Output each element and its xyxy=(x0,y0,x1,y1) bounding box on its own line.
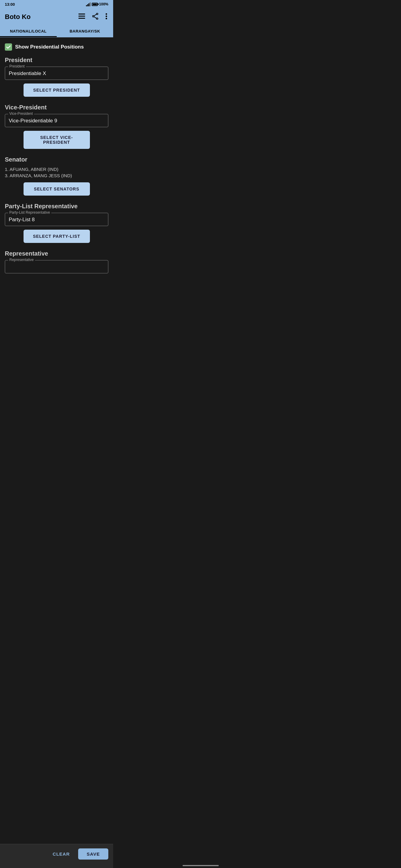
svg-rect-1 xyxy=(79,16,85,17)
list-icon[interactable] xyxy=(77,12,86,22)
select-president-button[interactable]: SELECT PRESIDENT xyxy=(24,84,90,97)
president-field[interactable]: President Presidentiable X xyxy=(5,67,108,80)
vicepresident-section: Vice-President Vice-President Vice-Presi… xyxy=(5,104,108,149)
vicepresident-title: Vice-President xyxy=(5,104,108,111)
show-presidential-row: Show Presidential Positions xyxy=(5,43,108,51)
president-section: President President Presidentiable X SEL… xyxy=(5,57,108,97)
status-bar: 13:00 100% xyxy=(0,0,113,8)
status-icons: 100% xyxy=(86,2,108,6)
list-item: 1. AFUANG, ABNER (IND) xyxy=(5,166,108,173)
vicepresident-field[interactable]: Vice-President Vice-Presidentiable 9 xyxy=(5,114,108,127)
partylist-field-value: Party-List 8 xyxy=(9,217,105,223)
app-bar: Boto Ko xyxy=(0,8,113,25)
partylist-field[interactable]: Party-List Representative Party-List 8 xyxy=(5,213,108,226)
representative-section: Representative Representative xyxy=(5,250,108,273)
representative-field-value xyxy=(9,264,105,270)
vicepresident-field-value: Vice-Presidentiable 9 xyxy=(9,118,105,124)
svg-line-7 xyxy=(94,17,96,19)
tab-national-local[interactable]: NATIONAL/LOCAL xyxy=(0,25,57,37)
svg-point-4 xyxy=(93,16,94,17)
svg-rect-2 xyxy=(79,18,85,19)
svg-point-8 xyxy=(106,13,107,15)
representative-field[interactable]: Representative xyxy=(5,260,108,273)
select-senators-button[interactable]: SELECT SENATORS xyxy=(24,182,90,195)
svg-line-6 xyxy=(94,14,96,16)
svg-rect-0 xyxy=(79,13,85,14)
tabs: NATIONAL/LOCAL BARANGAY/SK xyxy=(0,25,113,37)
main-content: Show Presidential Positions President Pr… xyxy=(0,37,113,311)
senator-list: 1. AFUANG, ABNER (IND) 3. ARRANZA, MANG … xyxy=(5,166,108,179)
president-field-label: President xyxy=(8,64,26,68)
svg-point-9 xyxy=(106,16,107,17)
partylist-title: Party-List Representative xyxy=(5,203,108,210)
tab-barangay-sk[interactable]: BARANGAY/SK xyxy=(57,25,113,37)
select-vicepresident-button[interactable]: SELECT VICE-PRESIDENT xyxy=(24,131,90,149)
representative-field-label: Representative xyxy=(8,258,35,262)
partylist-section: Party-List Representative Party-List Rep… xyxy=(5,203,108,243)
senator-title: Senator xyxy=(5,156,108,163)
partylist-field-label: Party-List Representative xyxy=(8,210,51,215)
svg-point-5 xyxy=(96,18,98,19)
share-icon[interactable] xyxy=(91,12,99,22)
svg-point-10 xyxy=(106,18,107,19)
president-title: President xyxy=(5,57,108,64)
senator-section: Senator 1. AFUANG, ABNER (IND) 3. ARRANZ… xyxy=(5,156,108,195)
battery-percent: 100% xyxy=(99,2,108,6)
show-presidential-label: Show Presidential Positions xyxy=(15,44,84,50)
svg-point-3 xyxy=(96,13,98,14)
battery-icon xyxy=(92,3,98,6)
show-presidential-checkbox[interactable] xyxy=(5,43,12,51)
vicepresident-field-label: Vice-President xyxy=(8,112,34,116)
app-bar-icons xyxy=(77,12,108,22)
president-field-value: Presidentiable X xyxy=(9,70,105,76)
representative-title: Representative xyxy=(5,250,108,257)
signal-icon xyxy=(86,2,90,6)
more-icon[interactable] xyxy=(105,12,108,22)
status-time: 13:00 xyxy=(5,2,15,7)
app-title: Boto Ko xyxy=(5,13,31,21)
list-item: 3. ARRANZA, MANG JESS (IND) xyxy=(5,173,108,179)
select-partylist-button[interactable]: SELECT PARTY-LIST xyxy=(24,230,90,243)
